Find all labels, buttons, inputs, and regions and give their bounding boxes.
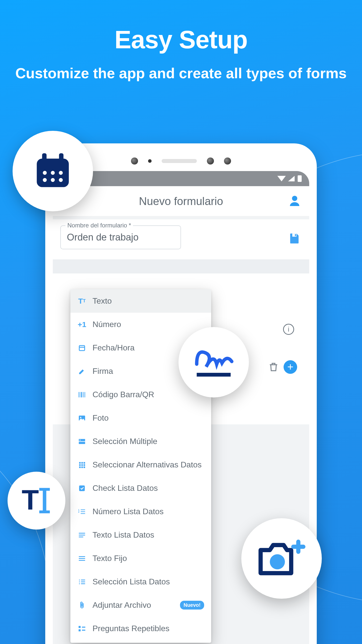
svg-rect-27 [84,392,84,397]
menu-label: Selección Lista Datos [93,577,170,586]
svg-point-30 [80,417,81,418]
svg-rect-62 [79,629,81,631]
svg-point-6 [59,171,63,175]
menu-item-adjuntar[interactable]: Adjuntar Archivo Nuevo! [70,593,211,617]
menu-item-check-lista[interactable]: Check Lista Datos [70,476,211,500]
menu-label: Adjuntar Archivo [93,600,151,610]
svg-text:2: 2 [78,510,79,513]
info-icon[interactable]: i [283,324,294,335]
numlist-icon: 12 [77,507,86,516]
svg-rect-24 [80,392,80,397]
menu-item-texto-lista[interactable]: Texto Lista Datos [70,523,211,547]
save-icon[interactable] [288,232,301,245]
repeat-icon [77,624,86,633]
svg-rect-43 [79,485,85,491]
menu-label: Número Lista Datos [93,507,164,516]
svg-point-33 [80,439,81,440]
svg-text:T: T [22,484,39,515]
form-name-card: Nombre del formulario * Orden de trabajo [53,219,309,259]
svg-point-4 [43,171,47,175]
svg-rect-40 [79,466,81,468]
menu-item-numero[interactable]: +1 Número [70,313,211,336]
svg-rect-35 [81,462,83,463]
svg-rect-61 [79,626,81,628]
multi-icon [77,437,86,446]
menu-label: Texto [93,296,112,306]
menu-item-numero-lista[interactable]: 12 Número Lista Datos [70,500,211,523]
menu-label: Texto Fijo [93,554,127,563]
new-badge: Nuevo! [180,601,204,610]
svg-rect-32 [79,442,85,444]
menu-label: Check Lista Datos [93,484,158,493]
svg-point-59 [79,583,80,584]
barcode-icon [77,390,86,399]
svg-point-55 [79,579,80,580]
svg-rect-63 [82,627,85,628]
svg-rect-38 [81,464,83,466]
svg-rect-26 [83,392,83,397]
bubble-calendar [13,131,93,211]
menu-item-texto[interactable]: TT Texto [70,289,211,313]
camera-add-icon [256,536,307,581]
attach-icon [77,601,86,610]
menu-label: Foto [93,413,109,423]
form-name-value[interactable]: Orden de trabajo [60,225,181,249]
menu-item-seleccion-lista[interactable]: Selección Lista Datos [70,570,211,593]
menu-label: Firma [93,367,113,376]
svg-rect-13 [39,488,50,491]
hero-title: Easy Setup [0,25,362,54]
calendar-icon [31,150,74,192]
bubble-camera [241,518,322,599]
svg-rect-39 [83,464,85,466]
bubble-signature [178,327,249,397]
menu-item-repetibles[interactable]: Preguntas Repetibles [70,617,211,640]
trash-icon[interactable] [268,361,279,373]
svg-rect-12 [43,489,46,512]
fixedtext-icon [77,554,86,563]
plusone-icon: +1 [77,320,86,329]
menu-item-foto[interactable]: Foto [70,406,211,430]
calendar-small-icon [77,343,86,352]
menu-label: Número [93,320,121,329]
svg-rect-20 [295,234,296,236]
svg-point-9 [59,178,63,182]
svg-rect-37 [79,464,81,466]
battery-icon [298,175,302,182]
bubble-text-field: T [8,472,65,530]
sellist-icon [77,577,86,586]
menu-item-texto-fijo[interactable]: Texto Fijo [70,547,211,570]
svg-point-7 [43,178,47,182]
app-bar: Nuevo formulario [53,186,309,216]
menu-item-seleccion-multiple[interactable]: Selección Múltiple [70,430,211,453]
svg-point-57 [79,581,80,582]
add-question-button[interactable]: + [284,360,297,374]
svg-rect-14 [39,510,50,513]
svg-point-5 [51,171,55,175]
svg-rect-34 [79,462,81,463]
section-gap [53,259,309,273]
form-name-label: Nombre del formulario * [65,222,133,229]
signature-icon [191,342,236,382]
menu-label: Texto Lista Datos [93,530,154,540]
text-cursor-icon: T [19,483,54,518]
svg-rect-28 [85,392,85,397]
hero-section: Easy Setup Customize the app and create … [0,0,362,83]
check-icon [77,484,86,493]
page-title: Nuevo formulario [139,195,223,208]
text-icon: TT [77,297,86,306]
profile-icon[interactable] [288,194,302,208]
grid-icon [77,460,86,469]
form-name-field[interactable]: Nombre del formulario * Orden de trabajo [60,225,181,249]
svg-point-15 [270,554,285,569]
menu-label: Código Barra/QR [93,390,154,399]
svg-rect-25 [81,392,82,397]
svg-point-8 [51,178,55,182]
image-icon [77,414,86,423]
svg-rect-2 [59,153,64,162]
svg-point-18 [292,196,297,201]
svg-rect-36 [83,462,85,463]
cell-signal-icon [288,176,295,181]
pencil-icon [77,367,86,376]
menu-item-alternativas[interactable]: Seleccionar Alternativas Datos [70,453,211,476]
svg-rect-42 [83,466,85,468]
